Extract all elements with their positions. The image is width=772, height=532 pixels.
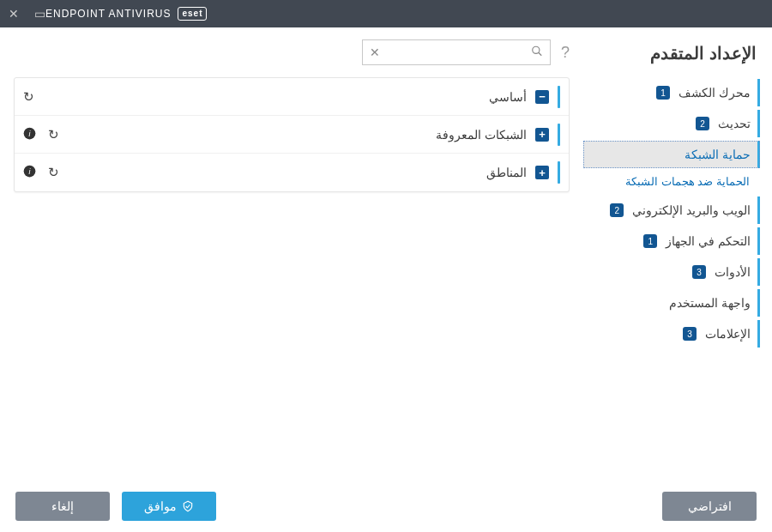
badge: 2: [696, 117, 709, 130]
sidebar-item-device-control[interactable]: التحكم في الجهاز 1: [583, 227, 760, 255]
svg-line-1: [539, 52, 542, 56]
sidebar-item-label: تحديث: [718, 117, 751, 130]
section-label: المناطق: [59, 166, 527, 179]
info-icon[interactable]: i: [23, 127, 36, 142]
sidebar-item-notifications[interactable]: الإعلامات 3: [583, 320, 760, 348]
sidebar-item-label: حماية الشبكة: [685, 148, 751, 161]
svg-point-0: [533, 46, 540, 53]
reset-icon[interactable]: ↻: [23, 89, 34, 105]
default-button[interactable]: افتراضي: [662, 492, 757, 521]
sidebar-item-ui[interactable]: واجهة المستخدم: [583, 289, 760, 317]
badge: 2: [610, 203, 624, 217]
sidebar-item-tools[interactable]: الأدوات 3: [583, 258, 760, 286]
accent-bar: [558, 161, 560, 184]
sidebar-item-label: الويب والبريد الإلكتروني: [632, 203, 751, 217]
section-basic[interactable]: − أساسي ↻: [15, 78, 569, 116]
accent-bar: [558, 86, 560, 108]
search-icon: [531, 45, 543, 60]
settings-panel: − أساسي ↻ + الشبكات المعروفة ↻ i: [14, 77, 570, 192]
ok-button-label: موافق: [144, 499, 177, 513]
sidebar-item-label: الأدوات: [715, 265, 751, 279]
section-label: أساسي: [34, 90, 527, 104]
info-icon[interactable]: i: [23, 165, 36, 180]
badge: 1: [656, 86, 670, 100]
help-icon[interactable]: ?: [561, 44, 570, 62]
reset-icon[interactable]: ↻: [48, 127, 59, 142]
content-pane: ✕ ? − أساسي ↻ + الشبكات المعروفة ↻: [0, 27, 583, 481]
accent-bar: [558, 124, 560, 146]
clear-icon[interactable]: ✕: [370, 45, 380, 59]
title-bar: ▭ ✕ eset ENDPOINT ANTIVIRUS: [0, 0, 772, 27]
page-title: الإعداد المتقدم: [583, 43, 760, 63]
sidebar-item-web-email[interactable]: الويب والبريد الإلكتروني 2: [583, 196, 760, 224]
sidebar-item-label: التحكم في الجهاز: [666, 234, 751, 248]
brand-text: ENDPOINT ANTIVIRUS: [45, 8, 171, 20]
brand-logo: eset: [178, 7, 207, 21]
close-icon[interactable]: ✕: [9, 7, 19, 21]
sidebar-item-label: محرك الكشف: [679, 86, 751, 100]
expand-icon[interactable]: +: [535, 128, 549, 142]
search-box[interactable]: ✕: [362, 39, 551, 65]
maximize-icon[interactable]: ▭: [34, 7, 45, 21]
badge: 1: [643, 234, 657, 248]
reset-icon[interactable]: ↻: [48, 165, 59, 180]
brand: eset ENDPOINT ANTIVIRUS: [45, 7, 207, 21]
expand-icon[interactable]: +: [535, 166, 549, 179]
badge: 3: [692, 265, 706, 279]
collapse-icon[interactable]: −: [535, 90, 549, 104]
ok-button[interactable]: موافق: [122, 492, 216, 521]
shield-icon: [182, 500, 194, 512]
search-input[interactable]: [363, 40, 550, 64]
section-label: الشبكات المعروفة: [59, 128, 527, 142]
sidebar-subitem-network-attack-protection[interactable]: الحماية ضد هجمات الشبكة: [583, 172, 760, 196]
sidebar-item-network-protection[interactable]: حماية الشبكة: [583, 141, 760, 168]
sidebar-item-label: واجهة المستخدم: [669, 296, 751, 310]
sidebar-item-label: الإعلامات: [705, 327, 751, 341]
sidebar-item-update[interactable]: تحديث 2: [583, 110, 760, 137]
section-zones[interactable]: + المناطق ↻ i: [15, 154, 569, 191]
section-known-networks[interactable]: + الشبكات المعروفة ↻ i: [15, 116, 569, 154]
footer: افتراضي موافق إلغاء: [0, 481, 772, 532]
sidebar: الإعداد المتقدم محرك الكشف 1 تحديث 2 حما…: [583, 27, 772, 481]
cancel-button[interactable]: إلغاء: [15, 492, 110, 521]
sidebar-item-detection-engine[interactable]: محرك الكشف 1: [583, 79, 760, 106]
badge: 3: [683, 327, 697, 341]
